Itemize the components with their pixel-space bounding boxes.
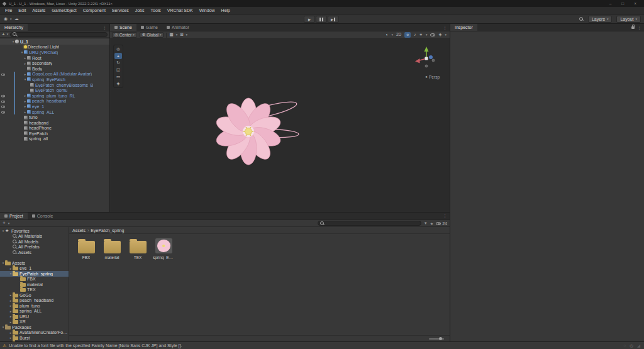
effects-dropdown[interactable]: ∗ xyxy=(419,33,423,37)
hierarchy-row[interactable]: spring_ALL xyxy=(0,109,109,115)
project-tree-row[interactable]: EyePatch_spring xyxy=(0,271,69,277)
minimize-button[interactable]: – xyxy=(609,1,612,6)
project-tree-row[interactable]: eye_1 xyxy=(0,266,69,272)
tab-project[interactable]: Project xyxy=(0,213,28,219)
menu-item[interactable]: Window xyxy=(196,8,218,13)
move-tool[interactable]: + xyxy=(114,53,122,59)
project-tree-row[interactable]: All Models xyxy=(0,239,69,245)
project-tree-row[interactable]: Burst xyxy=(0,335,69,341)
scene-visibility-toggle[interactable] xyxy=(430,33,435,36)
breadcrumb-current[interactable]: EyePatch_spring xyxy=(91,228,124,233)
step-button[interactable]: ▶ xyxy=(328,16,339,23)
transform-tool[interactable]: ◈ xyxy=(114,80,122,87)
tab-hierarchy[interactable]: Hierarchy xyxy=(0,24,28,31)
rotate-tool[interactable]: ↻ xyxy=(114,60,122,66)
rect-tool[interactable]: ▭ xyxy=(114,74,122,80)
tab-scene[interactable]: Scene xyxy=(110,24,136,31)
tab-animator[interactable]: Animator xyxy=(162,24,194,31)
hierarchy-row[interactable]: Directional Light xyxy=(0,45,109,50)
play-button[interactable]: ▶ xyxy=(304,16,315,23)
project-tree-row[interactable]: spring_ALL xyxy=(0,309,69,314)
menu-item[interactable]: Component xyxy=(80,8,109,13)
panel-menu-icon[interactable]: ⋮ xyxy=(637,25,641,30)
menu-item[interactable]: File xyxy=(2,8,15,13)
grid-visibility-icon[interactable]: ▦ xyxy=(169,33,173,37)
hierarchy-row[interactable]: EyePatch_gomu xyxy=(0,87,109,93)
menu-item[interactable]: Edit xyxy=(15,8,29,13)
visibility-eye-icon[interactable] xyxy=(1,73,5,75)
project-search-input[interactable] xyxy=(318,221,421,226)
scene-3d-model-flower[interactable] xyxy=(110,39,450,212)
lock-icon[interactable] xyxy=(631,26,635,29)
pause-button[interactable] xyxy=(316,16,327,23)
project-tree-row[interactable]: peach_headband xyxy=(0,298,69,304)
visibility-eye-icon[interactable] xyxy=(1,111,5,113)
layout-dropdown[interactable]: Layout ▾ xyxy=(616,16,641,23)
visibility-eye-icon[interactable] xyxy=(1,106,5,108)
hierarchy-row[interactable]: headband xyxy=(0,120,109,126)
layers-dropdown[interactable]: Layers ▾ xyxy=(588,16,613,23)
scene-audio-toggle[interactable]: ♪ xyxy=(414,33,416,37)
project-tree-row[interactable]: URU xyxy=(0,314,69,319)
hierarchy-row[interactable]: secondary xyxy=(0,60,109,66)
auto-refresh-icon[interactable]: ◷ xyxy=(630,343,633,348)
hidden-packages-toggle[interactable]: 24 xyxy=(436,221,447,226)
panel-menu-icon[interactable]: ⋮ xyxy=(440,213,450,219)
hierarchy-row[interactable]: spring_EyePatch xyxy=(0,77,109,82)
snap-settings-icon[interactable]: ⊞ xyxy=(180,33,183,37)
project-tree-row[interactable]: FBX xyxy=(0,277,69,282)
search-icon[interactable] xyxy=(579,17,584,21)
visibility-eye-icon[interactable] xyxy=(1,95,5,97)
create-asset-button[interactable]: + xyxy=(3,221,6,226)
toggle-2d-button[interactable]: 2D xyxy=(396,33,401,37)
asset-item[interactable]: spring_Eye... xyxy=(153,238,174,260)
hierarchy-search-input[interactable] xyxy=(10,32,108,37)
scene-viewport[interactable]: ◎ + ↻ ◱ ▭ ◈ xyxy=(110,39,450,212)
gizmos-dropdown[interactable]: ◈ xyxy=(438,33,441,37)
menu-item[interactable]: GameObject xyxy=(48,8,79,13)
orientation-gizmo[interactable] xyxy=(412,44,441,73)
account-icon[interactable]: ◉ xyxy=(4,16,8,21)
menu-item[interactable]: Tools xyxy=(148,8,164,13)
tab-inspector[interactable]: Inspector xyxy=(450,24,477,31)
projection-mode-label[interactable]: ◂ Persp xyxy=(425,74,440,79)
maximize-button[interactable]: □ xyxy=(621,1,624,6)
panel-menu-icon[interactable]: ⋮ xyxy=(100,24,109,31)
hierarchy-row[interactable]: spring_all xyxy=(0,136,109,142)
scene-lighting-toggle[interactable]: ☼ xyxy=(404,32,411,38)
project-tree-row[interactable]: AvatarMenuCreatorForMA xyxy=(0,330,69,336)
project-tree-row[interactable]: All Prefabs xyxy=(0,245,69,250)
project-tree-row[interactable]: GoGo xyxy=(0,292,69,298)
hierarchy-row[interactable]: URU (VRChat) xyxy=(0,50,109,55)
hierarchy-row[interactable]: eye_1 xyxy=(0,104,109,109)
hierarchy-row[interactable]: Root xyxy=(0,55,109,61)
project-tree-row[interactable]: Favorites xyxy=(0,228,69,234)
asset-item[interactable]: TEX xyxy=(127,238,148,260)
thumbnail-size-slider[interactable] xyxy=(429,338,444,340)
tool-orientation-dropdown[interactable]: ⊕ Global ▾ xyxy=(140,32,164,38)
project-tree-row[interactable]: Assets xyxy=(0,260,69,266)
slider-knob[interactable] xyxy=(439,337,442,340)
hierarchy-row[interactable]: spring_plum_tuno_RL xyxy=(0,93,109,99)
project-tree-row[interactable] xyxy=(0,255,69,261)
scale-tool[interactable]: ◱ xyxy=(114,67,122,73)
project-tree-row[interactable]: All Materials xyxy=(0,234,69,240)
visibility-eye-icon[interactable] xyxy=(1,100,5,102)
status-bar[interactable]: ⚠ Unable to find a font file with the sp… xyxy=(0,341,644,349)
search-by-type-icon[interactable]: ▼ xyxy=(424,221,428,225)
hierarchy-row[interactable]: GogoLoco All (Modular Avatar) xyxy=(0,72,109,77)
breadcrumb-root[interactable]: Assets xyxy=(72,228,86,233)
create-object-button[interactable]: + xyxy=(2,32,5,37)
close-button[interactable]: × xyxy=(634,1,636,6)
shading-mode-dropdown[interactable]: ◐ xyxy=(386,33,389,37)
project-tree-row[interactable]: material xyxy=(0,282,69,287)
hierarchy-row[interactable]: EyePatch_cherryBlossoms_B xyxy=(0,82,109,88)
project-tree-row[interactable]: Packages xyxy=(0,324,69,330)
panel-menu-icon[interactable]: ⋮ xyxy=(440,24,450,31)
project-tree-row[interactable]: XR xyxy=(0,319,69,325)
project-tree-row[interactable]: plum_tuno xyxy=(0,303,69,309)
menu-item[interactable]: Help xyxy=(218,8,233,13)
menu-item[interactable]: Services xyxy=(109,8,132,13)
hierarchy-row[interactable]: headPhone xyxy=(0,126,109,131)
view-tool[interactable]: ◎ xyxy=(114,46,122,52)
